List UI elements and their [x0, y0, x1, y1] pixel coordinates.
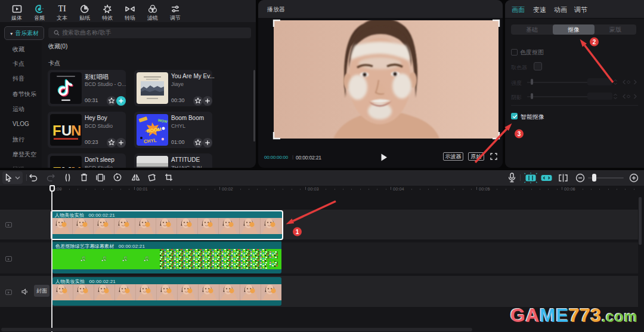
svg-text:CHYL: CHYL [144, 138, 157, 145]
svg-text:U: U [61, 164, 72, 168]
svg-text:F: F [52, 164, 61, 168]
svg-text:N: N [71, 122, 81, 139]
svg-text:F: F [52, 122, 61, 139]
svg-text:U: U [61, 122, 72, 139]
svg-text:N: N [71, 164, 81, 168]
svg-text:WOW: WOW [157, 118, 168, 124]
